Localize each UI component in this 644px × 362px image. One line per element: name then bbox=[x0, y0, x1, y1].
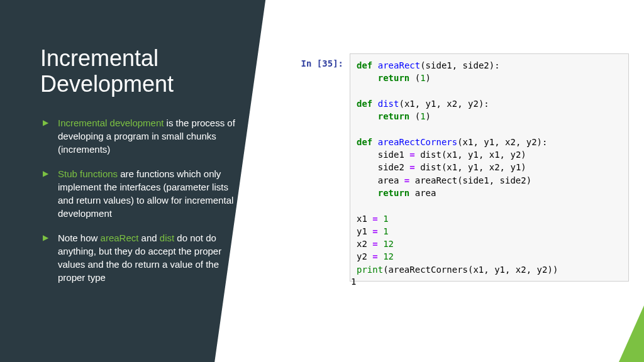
code-text: (areaRectCorners(x1, y1, x2, y2)) bbox=[383, 265, 558, 275]
code-text: y2 bbox=[357, 251, 372, 261]
code-text: area bbox=[409, 188, 436, 198]
code-text: x2 bbox=[357, 239, 372, 249]
code-text: (x1, y1, x2, y2): bbox=[399, 99, 489, 109]
code-cell: In [35]: def areaRect(side1, side2): ret… bbox=[296, 53, 629, 282]
bullet-2-highlight: Stub functions bbox=[58, 168, 118, 179]
fn: dist bbox=[378, 99, 399, 109]
bullet-2: Stub functions are functions which only … bbox=[43, 167, 239, 220]
op: = bbox=[372, 226, 377, 236]
sidebar-panel: Incremental Development Incremental deve… bbox=[0, 0, 296, 362]
bullet-3: Note how areaRect and dist do not do any… bbox=[43, 231, 239, 284]
code-text: side1 bbox=[357, 150, 409, 160]
op: = bbox=[409, 162, 414, 172]
kw: return bbox=[378, 111, 410, 121]
slide-title: Incremental Development bbox=[0, 0, 296, 110]
kw: def bbox=[357, 137, 372, 147]
kw: def bbox=[357, 60, 372, 70]
cell-output: 1 bbox=[351, 277, 356, 287]
code-text: x1 bbox=[357, 214, 372, 224]
code-text: (side1, side2): bbox=[420, 60, 499, 70]
num: 1 bbox=[420, 111, 425, 121]
op: = bbox=[372, 251, 377, 261]
kw: return bbox=[378, 73, 410, 83]
code-text: dist(x1, y1, x1, y2) bbox=[415, 150, 526, 160]
bullet-3-mid: and bbox=[138, 233, 159, 243]
num: 12 bbox=[378, 251, 394, 261]
bullet-3-hl2: dist bbox=[160, 233, 174, 243]
num: 1 bbox=[420, 73, 425, 83]
fn: areaRect bbox=[378, 60, 420, 70]
num: 12 bbox=[378, 239, 394, 249]
bullet-3-pre: Note how bbox=[58, 233, 101, 243]
code-text: area bbox=[357, 175, 404, 185]
op: = bbox=[372, 214, 377, 224]
kw: def bbox=[357, 99, 372, 109]
code-text: y1 bbox=[357, 226, 372, 236]
kw: return bbox=[378, 188, 410, 198]
input-prompt: In [35]: bbox=[296, 53, 350, 70]
builtin: print bbox=[357, 265, 383, 275]
code-text: dist(x1, y1, x2, y1) bbox=[415, 162, 526, 172]
accent-wedge bbox=[619, 305, 644, 362]
num: 1 bbox=[378, 226, 389, 236]
op: = bbox=[372, 239, 377, 249]
num: 1 bbox=[378, 214, 389, 224]
bullet-1-highlight: Incremental development bbox=[58, 118, 164, 128]
code-text: (x1, y1, x2, y2): bbox=[457, 137, 547, 147]
op: = bbox=[409, 150, 414, 160]
code-text: side2 bbox=[357, 162, 409, 172]
bullet-3-hl1: areaRect bbox=[101, 233, 139, 243]
fn: areaRectCorners bbox=[378, 137, 457, 147]
bullet-1: Incremental development is the process o… bbox=[43, 116, 239, 156]
bullet-list: Incremental development is the process o… bbox=[0, 110, 296, 284]
code-box: def areaRect(side1, side2): return (1) d… bbox=[350, 53, 629, 282]
code-text: areaRect(side1, side2) bbox=[409, 175, 531, 185]
